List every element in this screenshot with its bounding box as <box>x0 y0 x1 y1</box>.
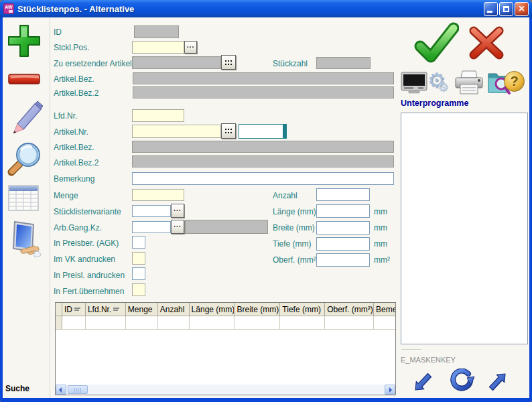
zu-ersetzender-artikel-lookup-button[interactable] <box>221 55 236 70</box>
arrow-refresh-icon <box>450 368 474 394</box>
tiefe-field[interactable] <box>316 237 370 251</box>
arbgangkz-label: Arb.Gang.Kz. <box>54 223 102 232</box>
artikel-bez-top-field <box>133 72 394 84</box>
settings-gear-small-icon: ⚙ <box>438 81 448 93</box>
app-icon: AW <box>3 3 14 14</box>
list-button[interactable] <box>8 185 39 214</box>
stueckzahl-label: Stückzahl <box>273 59 308 68</box>
table-row[interactable] <box>56 316 395 330</box>
arbgangkz-lookup-button[interactable]: ... <box>171 220 184 234</box>
artikelnr-field[interactable] <box>132 125 221 138</box>
artikel-bez2-top-label: Artikel.Bez.2 <box>54 88 98 98</box>
maskenkey-label: E_MASKENKEY <box>401 356 456 364</box>
print-button[interactable] <box>454 70 484 98</box>
anzahl-field[interactable] <box>316 188 370 201</box>
artikelnr-lookup-button[interactable] <box>221 123 236 139</box>
stcklpos-lookup-button[interactable]: ... <box>184 41 197 54</box>
cell-lfdnr[interactable] <box>86 316 126 329</box>
titlebar[interactable]: AW Stücklistenpos. - Alternative ✕ <box>0 0 532 17</box>
horizontal-scrollbar[interactable] <box>56 385 395 395</box>
nav-forward-button[interactable] <box>488 371 508 394</box>
stueckzahl-field <box>316 57 371 69</box>
minimize-icon <box>487 11 492 13</box>
in-preisber-checkbox[interactable] <box>132 236 145 249</box>
laenge-field[interactable] <box>316 204 370 218</box>
cell-anzahl[interactable] <box>158 316 190 329</box>
settings-button[interactable]: ⚙ ⚙ <box>427 70 448 93</box>
cell-laenge[interactable] <box>190 316 235 329</box>
cell-tiefe[interactable] <box>280 316 325 329</box>
col-tiefe[interactable]: Tiefe (mm) <box>280 303 325 316</box>
bemerkung-label: Bemerkung <box>54 174 94 184</box>
col-breite[interactable]: Breite (mm) <box>235 303 280 316</box>
in-preisl-andrucken-checkbox[interactable] <box>132 267 145 280</box>
stuecklistenvariante-label: Stücklistenvariante <box>54 207 121 216</box>
close-icon: ✕ <box>515 4 528 13</box>
grid-dots-icon <box>225 60 232 65</box>
select-mask-button[interactable] <box>7 218 43 260</box>
breite-field[interactable] <box>316 221 370 234</box>
lfdnr-label: Lfd.Nr. <box>54 111 77 121</box>
cross-cancel-icon <box>468 26 505 60</box>
screen-button[interactable] <box>401 72 427 97</box>
bemerkung-field[interactable] <box>132 172 394 185</box>
oberf-label: Oberf. (mm²) <box>273 255 319 265</box>
close-button[interactable]: ✕ <box>515 2 529 16</box>
subprograms-listbox[interactable] <box>401 113 528 344</box>
grid-dots-icon <box>225 129 232 133</box>
col-menge[interactable]: Menge <box>126 303 158 316</box>
scroll-right-button[interactable] <box>385 385 395 395</box>
arrow-forward-icon <box>488 371 508 391</box>
cell-bemerkung[interactable] <box>374 316 395 329</box>
in-preisber-label: In Preisber. (AGK) <box>54 239 119 248</box>
arbgangkz-field[interactable] <box>132 221 171 233</box>
ok-button[interactable] <box>411 22 459 66</box>
lfdnr-field[interactable] <box>132 109 184 122</box>
arrow-left-icon <box>59 387 62 393</box>
scrollbar-thumb[interactable] <box>68 385 88 394</box>
scroll-left-button[interactable] <box>56 385 66 395</box>
positions-table: ID Lfd.Nr. Menge Anzahl Länge (mm) Breit… <box>55 302 396 395</box>
cell-oberf[interactable] <box>325 316 374 329</box>
artikel-bez2-label: Artikel.Bez.2 <box>54 158 98 168</box>
stuecklistenvariante-field[interactable] <box>132 205 171 217</box>
stcklpos-field[interactable] <box>132 41 184 54</box>
col-lfdnr[interactable]: Lfd.Nr. <box>86 303 126 316</box>
add-button[interactable] <box>5 22 43 62</box>
subprograms-label: Unterprogramme <box>401 98 468 108</box>
help-button[interactable]: ? <box>504 71 525 92</box>
checkmark-ok-icon <box>411 22 459 64</box>
anzahl-label: Anzahl <box>273 191 297 200</box>
maximize-button[interactable] <box>499 2 513 16</box>
col-anzahl[interactable]: Anzahl <box>158 303 190 316</box>
artikelnr-suffix-field[interactable] <box>239 124 287 139</box>
col-bemerkung[interactable]: Bemerkung <box>374 303 395 316</box>
cell-breite[interactable] <box>235 316 280 329</box>
cell-id[interactable] <box>62 316 86 329</box>
edit-button[interactable] <box>8 100 43 140</box>
arrow-right-icon <box>389 387 392 393</box>
ellipsis-icon: ... <box>174 224 181 230</box>
nav-back-button[interactable] <box>413 373 433 395</box>
im-vk-andrucken-checkbox[interactable] <box>132 252 145 265</box>
col-oberf[interactable]: Oberf. (mm²) <box>325 303 374 316</box>
nav-refresh-button[interactable] <box>450 368 474 397</box>
search-button[interactable] <box>7 140 43 179</box>
oberf-field[interactable] <box>316 253 370 267</box>
row-selector-cell[interactable] <box>56 316 62 329</box>
printer-icon <box>454 70 484 95</box>
stuecklistenvariante-lookup-button[interactable]: ... <box>171 204 184 218</box>
cell-menge[interactable] <box>126 316 158 329</box>
maximize-icon <box>503 6 509 12</box>
in-fert-uebernehmen-checkbox[interactable] <box>132 283 145 296</box>
menge-field[interactable] <box>132 189 184 201</box>
laenge-unit-label: mm <box>374 207 387 216</box>
col-laenge[interactable]: Länge (mm) <box>190 303 235 316</box>
ellipsis-icon: ... <box>187 44 194 50</box>
id-field <box>134 25 179 38</box>
col-id[interactable]: ID <box>62 303 86 316</box>
cancel-button[interactable] <box>468 26 505 62</box>
minimize-button[interactable] <box>484 2 498 16</box>
search-magnifier-icon <box>7 140 43 176</box>
delete-button[interactable] <box>7 72 42 90</box>
